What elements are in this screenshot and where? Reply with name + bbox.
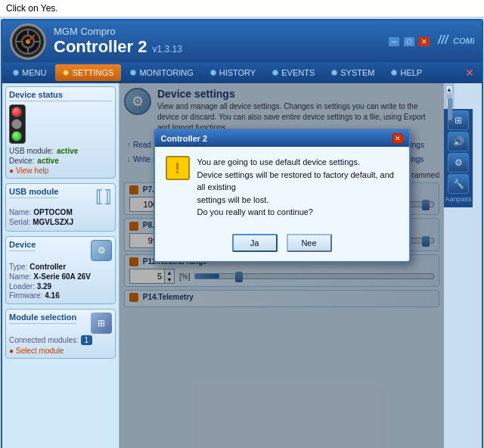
- dialog-warning-icon: !: [166, 156, 190, 180]
- usb-label: USB module:: [9, 147, 54, 155]
- dialog-box: Controller 2 ✕ ! You are going to use de…: [154, 129, 411, 263]
- module-selection-section: Module selection ⊞ Connected modules: 1 …: [5, 309, 116, 359]
- device-type-row: Type: Controller: [9, 263, 112, 271]
- nav-system[interactable]: SYSTEM: [324, 64, 382, 81]
- nav-help-label: HELP: [400, 68, 422, 77]
- scroll-track[interactable]: [446, 95, 452, 97]
- nav-dot-system: [331, 70, 337, 76]
- app-logo: [10, 23, 46, 60]
- usb-serial-value: MGVLSZXJ: [33, 218, 73, 226]
- device-section: Device ⚙ Type: Controller Name: X-Serie …: [5, 236, 116, 304]
- firmware-label: Firmware:: [9, 291, 42, 300]
- dialog-overlay: Controller 2 ✕ ! You are going to use de…: [119, 83, 444, 448]
- usb-module-title: USB module: [9, 187, 58, 198]
- view-help-link[interactable]: ● View help: [9, 166, 112, 175]
- nav-close-icon[interactable]: ✕: [461, 65, 479, 80]
- dialog-msg-line2: Device settings will be restored to fact…: [197, 169, 399, 194]
- device-status-title: Device status: [9, 90, 112, 101]
- nav-monitoring-label: MONITORING: [139, 68, 193, 77]
- mini-button-2[interactable]: 🔊: [448, 132, 469, 151]
- usb-name-value: OPTOCOM: [33, 208, 72, 216]
- dialog-content: ! You are going to use default device se…: [155, 147, 409, 228]
- dialog-close-button[interactable]: ✕: [392, 133, 403, 144]
- led-red: [11, 107, 22, 117]
- title-controls: ─ □ ✕: [388, 36, 430, 47]
- usb-icon: ⟦⟧: [95, 187, 112, 207]
- title-bar-left: MGM Compro Controller 2 v1.3.13: [10, 23, 182, 60]
- content-area: Device status USB module: active Device:…: [2, 83, 482, 448]
- usb-serial-label: Serial:: [9, 218, 30, 226]
- device-title: Device: [9, 240, 36, 251]
- loader-value: 3.29: [37, 282, 51, 291]
- nav-settings[interactable]: SETTINGS: [55, 64, 121, 81]
- dialog-message: You are going to use default device sett…: [197, 156, 399, 219]
- nav-menu[interactable]: MENU: [5, 64, 54, 81]
- nav-dot-monitoring: [130, 70, 136, 76]
- connected-modules-row: Connected modules: 1: [9, 335, 112, 345]
- nav-help[interactable]: HELP: [383, 64, 430, 81]
- brand-logo: /// COMPRO: [436, 29, 474, 54]
- led-yellow: [11, 119, 22, 129]
- title-controller: Controller 2: [54, 37, 147, 56]
- scroll-up-button[interactable]: ▲: [445, 85, 453, 94]
- title-bar-right: ─ □ ✕ /// COMPRO: [388, 29, 474, 54]
- device-type-value: Controller: [29, 263, 66, 271]
- loader-row: Loader: 3.29: [9, 282, 112, 291]
- connected-count: 1: [81, 335, 93, 345]
- nav-history[interactable]: HISTORY: [203, 64, 264, 81]
- nav-history-label: HISTORY: [219, 68, 256, 77]
- firmware-row: Firmware: 4.16: [9, 291, 112, 300]
- nav-events-label: EVENTS: [281, 68, 315, 77]
- title-mgm: MGM Compro: [54, 26, 182, 37]
- device-name-value: X-Serie 60A 26V: [33, 272, 91, 281]
- instruction-text: Click on Yes.: [6, 3, 58, 14]
- right-panel[interactable]: ⚙ Device settings View and manage all de…: [119, 83, 444, 448]
- device-status-section: Device status USB module: active Device:…: [5, 86, 116, 179]
- side-controls: ▲ ▼ ⊞ 🔊 ⚙ 🔧 Aanpass: [444, 83, 482, 448]
- dialog-title-text: Controller 2: [161, 134, 208, 143]
- usb-name-row: Name: OPTOCOM: [9, 208, 112, 216]
- dialog-buttons: Ja Nee: [155, 228, 409, 261]
- device-label: Device:: [9, 157, 34, 165]
- device-value: active: [37, 157, 58, 165]
- maximize-button[interactable]: □: [403, 36, 415, 47]
- device-status-row: Device: active: [9, 157, 112, 165]
- nav-monitoring[interactable]: MONITORING: [123, 64, 200, 81]
- device-name-row: Name: X-Serie 60A 26V: [9, 272, 112, 281]
- title-version: v1.3.13: [153, 44, 182, 54]
- usb-module-section: USB module ⟦⟧ Name: OPTOCOM Serial: MGVL…: [5, 183, 116, 232]
- select-module-link[interactable]: ● Select module: [9, 347, 112, 355]
- no-button[interactable]: Nee: [287, 234, 332, 252]
- usb-status-row: USB module: active: [9, 147, 112, 155]
- device-type-label: Type:: [9, 263, 27, 271]
- nav-bar: MENU SETTINGS MONITORING HISTORY EVENTS …: [2, 62, 482, 83]
- mini-label: Aanpass: [445, 195, 471, 206]
- device-picture-icon: ⚙: [91, 240, 112, 261]
- nav-system-label: SYSTEM: [340, 68, 374, 77]
- instruction-bar: Click on Yes.: [0, 0, 484, 17]
- minimize-button[interactable]: ─: [388, 36, 400, 47]
- scrollbar[interactable]: ▲ ▼: [444, 83, 455, 109]
- usb-name-label: Name:: [9, 208, 31, 216]
- nav-menu-label: MENU: [22, 68, 46, 77]
- dialog-msg-line4: Do you really want to continue?: [197, 206, 399, 219]
- select-module-label: Select module: [16, 347, 64, 355]
- nav-events[interactable]: EVENTS: [265, 64, 322, 81]
- mini-button-3[interactable]: ⚙: [448, 153, 469, 173]
- left-panel: Device status USB module: active Device:…: [2, 83, 119, 448]
- scroll-thumb[interactable]: [448, 98, 452, 120]
- connected-label: Connected modules:: [9, 336, 79, 344]
- close-button[interactable]: ✕: [418, 36, 430, 47]
- led-green: [11, 131, 22, 142]
- title-text: MGM Compro Controller 2 v1.3.13: [54, 26, 182, 57]
- mini-button-4[interactable]: 🔧: [448, 174, 469, 194]
- right-mini-panel: ⊞ 🔊 ⚙ 🔧 Aanpass: [444, 109, 473, 207]
- dialog-msg-line3: settings will be lost.: [197, 194, 399, 207]
- nav-dot-help: [391, 70, 397, 76]
- firmware-value: 4.16: [45, 291, 59, 300]
- loader-label: Loader:: [9, 282, 35, 291]
- svg-text:///: ///: [437, 33, 449, 46]
- view-help-label: View help: [16, 166, 48, 175]
- yes-button[interactable]: Ja: [232, 234, 278, 252]
- usb-serial-row: Serial: MGVLSZXJ: [9, 218, 112, 226]
